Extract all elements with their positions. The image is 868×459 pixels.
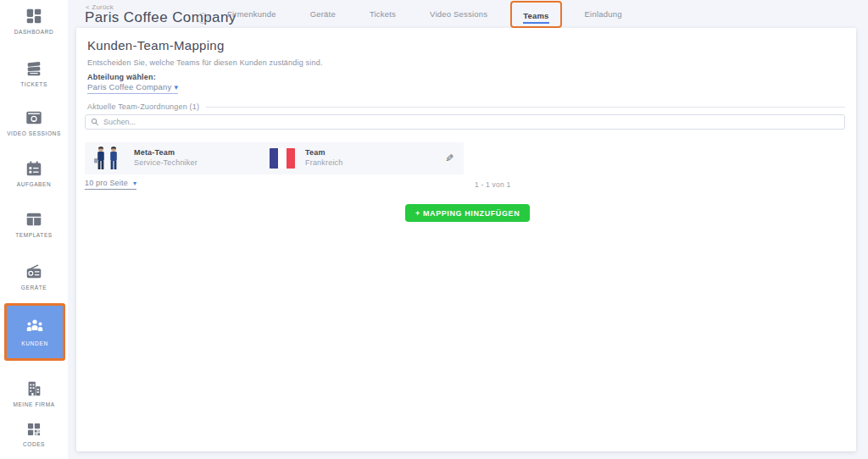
annotation-box-teams-tab: Teams (510, 1, 561, 28)
sidebar-item-label: KUNDEN (21, 340, 48, 346)
per-page-select[interactable]: 10 pro Seite▾ (85, 179, 136, 190)
department-label: Abteilung wählen: (87, 73, 156, 81)
tab-teams[interactable]: Teams (523, 11, 548, 24)
sidebar-item-codes[interactable]: CODES (0, 421, 68, 448)
sidebar-item-label: TEMPLATES (15, 232, 53, 239)
meta-team-label: Meta-Team (134, 148, 198, 157)
technicians-photo (93, 146, 122, 171)
video-sessions-icon (25, 108, 43, 127)
assignments-label: Aktuelle Team-Zuordnungen (1) (87, 102, 199, 111)
kunden-icon (25, 318, 45, 336)
meta-team-value: Service-Techniker (134, 158, 198, 167)
divider (206, 107, 845, 108)
tickets-icon (25, 59, 43, 78)
tab-firmenkunde[interactable]: Firmenkunde (227, 9, 276, 19)
tab-tickets[interactable]: Tickets (370, 9, 396, 19)
sidebar-item-dashboard[interactable]: DASHBOARD (0, 7, 68, 36)
assignments-header: Aktuelle Team-Zuordnungen (1) (87, 102, 845, 111)
sidebar: DASHBOARD TICKETS VIDEO SESSIONS (0, 0, 68, 459)
sidebar-item-kunden[interactable]: KUNDEN (4, 303, 65, 361)
section-description: Entscheiden Sie, welche Teams für diesen… (87, 58, 323, 67)
mapping-row[interactable]: Meta-Team Service-Techniker Team Frankre… (85, 142, 464, 174)
sidebar-item-aufgaben[interactable]: AUFGABEN (0, 159, 68, 188)
sidebar-item-video-sessions[interactable]: VIDEO SESSIONS (0, 108, 68, 137)
sidebar-item-label: DASHBOARD (14, 29, 54, 36)
pagination-range: 1 - 1 von 1 (475, 180, 510, 189)
info-icon[interactable]: i (198, 13, 209, 24)
tab-einladung[interactable]: Einladung (585, 9, 622, 19)
sidebar-item-label: MEINE FIRMA (13, 401, 54, 408)
codes-icon (25, 421, 42, 438)
search-input[interactable] (103, 118, 839, 126)
department-select[interactable]: Paris Coffee Company▾ (87, 82, 178, 94)
section-heading: Kunden-Team-Mapping (87, 38, 225, 53)
sidebar-item-label: AUFGABEN (17, 181, 52, 188)
sidebar-item-geraete[interactable]: GERÄTE (0, 263, 68, 291)
per-page-value: 10 pro Seite (85, 179, 128, 187)
tab-video-sessions[interactable]: Video Sessions (430, 9, 487, 19)
search-icon (91, 118, 99, 126)
sidebar-item-label: VIDEO SESSIONS (7, 130, 61, 137)
content-card: Kunden-Team-Mapping Entscheiden Sie, wel… (76, 28, 856, 451)
aufgaben-icon (25, 159, 43, 178)
dashboard-icon (25, 7, 43, 25)
sidebar-item-label: TICKETS (20, 81, 47, 88)
team-value: Frankreich (305, 158, 343, 167)
meta-team-cell: Meta-Team Service-Techniker (134, 148, 198, 167)
page-title: Paris Coffee Company (85, 9, 236, 26)
edit-mapping-button[interactable]: ✎ (441, 150, 458, 167)
team-label: Team (305, 148, 343, 157)
team-cell: Team Frankreich (305, 148, 343, 167)
chevron-down-icon: ▾ (133, 180, 136, 187)
tab-geraete[interactable]: Geräte (310, 9, 336, 19)
meine-firma-icon (25, 379, 43, 398)
app-window: DASHBOARD TICKETS VIDEO SESSIONS (0, 0, 868, 459)
geraete-icon (25, 263, 43, 281)
chevron-down-icon: ▾ (174, 83, 178, 91)
france-flag-icon (270, 148, 295, 169)
sidebar-item-meine-firma[interactable]: MEINE FIRMA (0, 379, 68, 408)
pencil-icon: ✎ (445, 152, 453, 164)
tab-bar: Firmenkunde Geräte Tickets Video Session… (227, 0, 622, 28)
sidebar-item-label: GERÄTE (21, 285, 47, 291)
add-mapping-button[interactable]: + MAPPING HINZUFÜGEN (405, 204, 530, 222)
department-selected-value: Paris Coffee Company (87, 82, 171, 91)
sidebar-item-label: CODES (23, 441, 45, 448)
search-box (85, 114, 845, 130)
sidebar-item-templates[interactable]: TEMPLATES (0, 210, 68, 239)
sidebar-item-tickets[interactable]: TICKETS (0, 59, 68, 88)
templates-icon (25, 210, 43, 229)
